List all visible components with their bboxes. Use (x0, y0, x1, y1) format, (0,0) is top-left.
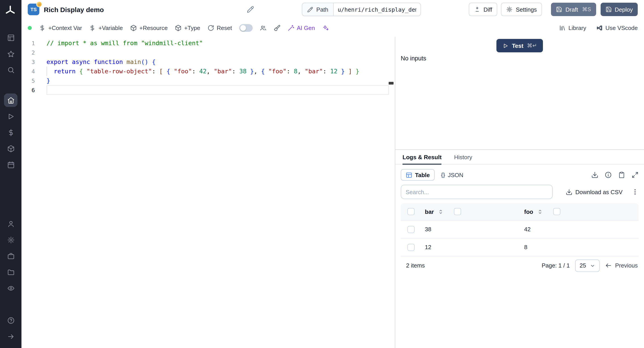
path-input[interactable] (333, 3, 421, 16)
row-checkbox[interactable] (408, 244, 414, 251)
code-line[interactable] (46, 48, 389, 57)
previous-page-button[interactable]: Previous (605, 262, 638, 269)
column-header-foo: foo (524, 208, 533, 215)
sidebar-item-audit-logs[interactable] (4, 281, 18, 295)
add-resource-button[interactable]: +Resource (130, 24, 168, 31)
sidebar-item-resources[interactable] (4, 142, 18, 155)
line-number[interactable]: 3 (22, 57, 46, 67)
row-checkbox[interactable] (408, 226, 414, 233)
sidebar-item-search[interactable] (4, 63, 18, 76)
deploy-button-label: Deploy (615, 6, 633, 13)
line-number[interactable]: 5 (22, 76, 46, 86)
package-icon (7, 145, 14, 152)
sort-bar-button[interactable] (438, 209, 444, 214)
line-number[interactable]: 2 (22, 48, 46, 57)
test-button[interactable]: Test ⌘↵ (496, 39, 543, 52)
sidebar-item-settings[interactable] (4, 233, 18, 246)
expand-sidebar-button[interactable] (4, 330, 18, 343)
settings-button[interactable]: Settings (501, 3, 542, 16)
line-number[interactable]: 4 (22, 67, 46, 76)
view-toggle-row: Table {} JSON (401, 169, 639, 181)
code-line[interactable]: return { "table-row-object": [ { "foo": … (46, 67, 389, 76)
save-icon (605, 6, 612, 12)
code-line[interactable]: } (46, 76, 389, 86)
rotate-cw-icon (207, 24, 214, 31)
download-icon (566, 188, 572, 195)
editor-code[interactable]: // import * as wmill from "windmill-clie… (46, 37, 395, 348)
line-number[interactable]: 1 (22, 38, 46, 48)
code-editor[interactable]: 123456 // import * as wmill from "windmi… (22, 37, 395, 348)
deploy-button[interactable]: Deploy (600, 3, 638, 16)
add-type-button[interactable]: +Type (175, 24, 200, 31)
edit-summary-button[interactable] (247, 6, 254, 13)
view-json-button[interactable]: {} JSON (436, 169, 468, 181)
main-area: TS ☺ Rich Display demo Path Diff Setting… (22, 0, 644, 348)
ai-gen-button[interactable]: AI Gen (287, 24, 315, 31)
tab-logs-result[interactable]: Logs & Result (402, 150, 442, 164)
package-icon (130, 24, 137, 31)
ai-sparkles-button[interactable] (322, 24, 329, 31)
code-line[interactable] (46, 86, 389, 95)
sort-foo-button[interactable] (537, 209, 543, 214)
library-button[interactable]: Library (559, 24, 586, 31)
column-bar-checkbox[interactable] (454, 208, 461, 215)
sidebar-item-account[interactable] (4, 217, 18, 230)
page-indicator: Page: 1 / 1 (542, 262, 570, 269)
select-all-checkbox[interactable] (408, 208, 414, 215)
sidebar-item-runs[interactable] (4, 110, 18, 123)
result-info-button[interactable] (605, 171, 612, 178)
code-line[interactable]: // import * as wmill from "windmill-clie… (46, 38, 389, 48)
editor-gutter: 123456 (22, 37, 46, 348)
help-circle-icon (7, 316, 14, 324)
multiplayer-button[interactable] (260, 24, 266, 31)
table-row[interactable]: 3842 (401, 220, 639, 238)
add-type-label: +Type (184, 24, 200, 31)
windmill-logo-icon[interactable] (4, 4, 17, 17)
test-row: Test ⌘↵ (395, 37, 644, 52)
download-result-button[interactable] (591, 171, 598, 178)
sidebar-item-variables[interactable] (4, 126, 18, 139)
add-variable-button[interactable]: +Variable (89, 24, 123, 31)
add-resource-label: +Resource (139, 24, 168, 31)
toggle-switch[interactable] (239, 24, 252, 32)
download-csv-label: Download as CSV (575, 188, 622, 195)
fullscreen-result-button[interactable] (632, 171, 639, 178)
settings-button-label: Settings (516, 6, 537, 13)
diff-button[interactable]: Diff (469, 3, 498, 16)
tab-history[interactable]: History (454, 150, 472, 164)
more-options-button[interactable] (632, 188, 639, 196)
sidebar-item-favorites[interactable] (4, 47, 18, 60)
search-input[interactable] (401, 185, 553, 199)
chevron-down-icon (590, 263, 596, 268)
inputs-section: Test ⌘↵ No inputs (395, 37, 644, 150)
sidebar-item-help[interactable] (4, 314, 18, 327)
page-size-select[interactable]: 25 (575, 259, 600, 272)
sort-icon (438, 209, 444, 214)
gear-icon (506, 6, 513, 12)
sidebar-item-apps[interactable] (4, 31, 18, 44)
save-draft-button[interactable]: Draft ⌘S (551, 3, 596, 16)
line-number[interactable]: 6 (22, 86, 46, 95)
view-table-button[interactable]: Table (401, 169, 435, 181)
format-code-button[interactable] (274, 24, 280, 31)
add-context-var-button[interactable]: +Context Var (39, 24, 82, 31)
copy-result-button[interactable] (618, 171, 625, 178)
download-csv-button[interactable]: Download as CSV (566, 188, 622, 195)
table-row[interactable]: 128 (401, 238, 639, 256)
column-header-bar: bar (425, 208, 434, 215)
no-inputs-text: No inputs (395, 52, 644, 62)
sidebar-item-folders[interactable] (4, 265, 18, 279)
sidebar-item-home[interactable] (4, 94, 18, 107)
dollar-icon (39, 24, 46, 31)
use-vscode-button[interactable]: Use VScode (596, 24, 638, 31)
reset-label: Reset (217, 24, 232, 31)
sidebar-item-schedules[interactable] (4, 158, 18, 171)
edit-path-button[interactable]: Path (302, 3, 334, 16)
column-foo-checkbox[interactable] (553, 208, 560, 215)
reset-button[interactable]: Reset (207, 24, 232, 31)
table-header-row: bar foo (401, 203, 639, 220)
add-variable-label: +Variable (98, 24, 123, 31)
sidebar-item-workers[interactable] (4, 249, 18, 262)
code-line[interactable]: export async function main() { (46, 57, 389, 67)
toggle-knob (240, 25, 246, 31)
